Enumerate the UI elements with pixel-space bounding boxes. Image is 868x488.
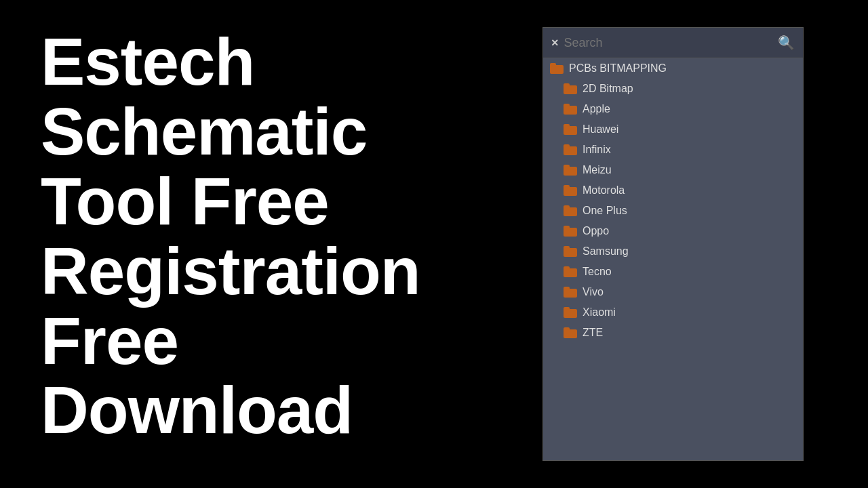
title-line1: Estech — [41, 24, 254, 99]
title-line6: Download — [41, 373, 353, 447]
tree-child-label: One Plus — [583, 205, 627, 217]
tree-child-item[interactable]: Samsung — [543, 241, 803, 262]
folder-icon — [564, 185, 577, 196]
title-line5: Free — [41, 304, 178, 378]
folder-icon — [564, 327, 577, 338]
folder-icon — [564, 246, 577, 257]
tree-child-item[interactable]: Infinix — [543, 140, 803, 160]
tree-child-item[interactable]: Motorola — [543, 180, 803, 201]
folder-icon — [564, 83, 577, 94]
folder-icon — [564, 104, 577, 115]
tree-child-label: Tecno — [583, 266, 612, 278]
tree-child-item[interactable]: Oppo — [543, 221, 803, 241]
tree-child-label: 2D Bitmap — [583, 83, 633, 95]
search-input[interactable] — [564, 36, 772, 50]
tree-container[interactable]: PCBs BITMAPPING 2D BitmapAppleHuaweiInfi… — [543, 58, 803, 460]
tree-child-label: Meizu — [583, 164, 612, 176]
folder-icon — [564, 205, 577, 216]
title-line3: Tool Free — [41, 164, 329, 239]
folder-icon — [564, 307, 577, 318]
file-browser-panel: × 🔍 PCBs BITMAPPING 2D BitmapAppleHuawei… — [542, 27, 804, 461]
tree-child-label: Vivo — [583, 286, 604, 298]
search-bar: × 🔍 — [543, 28, 803, 58]
title-line2: Schematic — [41, 94, 367, 169]
tree-child-item[interactable]: One Plus — [543, 201, 803, 221]
main-title: Estech Schematic Tool Free Registration … — [41, 27, 502, 445]
tree-child-item[interactable]: Huawei — [543, 119, 803, 140]
tree-child-label: Huawei — [583, 123, 618, 136]
tree-child-item[interactable]: Vivo — [543, 282, 803, 302]
folder-icon — [564, 165, 577, 176]
tree-child-label: Infinix — [583, 144, 611, 156]
folder-icon — [564, 144, 577, 155]
tree-child-item[interactable]: Xiaomi — [543, 302, 803, 323]
tree-child-label: Apple — [583, 103, 610, 115]
folder-icon — [564, 287, 577, 298]
tree-child-item[interactable]: Apple — [543, 99, 803, 119]
search-close-icon[interactable]: × — [551, 36, 559, 50]
tree-root-label: PCBs BITMAPPING — [569, 62, 667, 75]
folder-icon — [550, 63, 564, 74]
tree-child-label: ZTE — [583, 327, 603, 339]
title-line4: Registration — [41, 234, 420, 308]
tree-children: 2D BitmapAppleHuaweiInfinixMeizuMotorola… — [543, 79, 803, 343]
folder-icon — [564, 266, 577, 277]
tree-child-label: Motorola — [583, 184, 625, 197]
folder-icon — [564, 226, 577, 237]
folder-icon — [564, 124, 577, 135]
tree-child-item[interactable]: Tecno — [543, 262, 803, 282]
tree-child-label: Xiaomi — [583, 306, 616, 319]
tree-root-item[interactable]: PCBs BITMAPPING — [543, 58, 803, 79]
tree-child-item[interactable]: ZTE — [543, 323, 803, 343]
tree-child-label: Oppo — [583, 225, 609, 237]
tree-child-label: Samsung — [583, 245, 629, 258]
tree-child-item[interactable]: 2D Bitmap — [543, 79, 803, 99]
search-icon: 🔍 — [778, 35, 795, 51]
tree-child-item[interactable]: Meizu — [543, 160, 803, 180]
